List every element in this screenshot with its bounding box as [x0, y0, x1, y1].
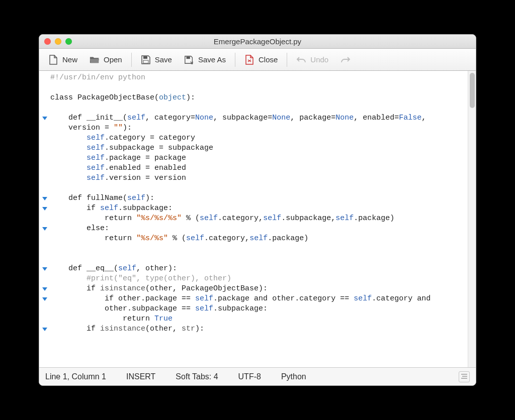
fold-marker[interactable] — [39, 193, 50, 203]
fold-gutter[interactable] — [39, 71, 50, 367]
file-new-icon — [48, 55, 58, 65]
folder-open-icon — [90, 55, 100, 65]
fold-marker — [39, 183, 50, 193]
separator — [287, 53, 287, 67]
redo-button[interactable] — [334, 52, 357, 68]
save-button[interactable]: Save — [135, 52, 178, 68]
code-line[interactable] — [50, 103, 468, 113]
scroll-thumb[interactable] — [470, 73, 475, 108]
close-window-button[interactable] — [44, 38, 51, 45]
fold-marker[interactable] — [39, 284, 50, 294]
fold-marker[interactable] — [39, 224, 50, 234]
fold-marker — [39, 83, 50, 93]
fold-marker — [39, 163, 50, 173]
fold-marker — [39, 314, 50, 324]
close-button[interactable]: Close — [238, 52, 284, 68]
fold-marker[interactable] — [39, 113, 50, 123]
code-line[interactable]: #!/usr/bin/env python — [50, 73, 468, 83]
open-label: Open — [104, 55, 122, 64]
save-as-button[interactable]: Save As — [178, 52, 232, 68]
editor-area: #!/usr/bin/env pythonclass PackageObject… — [39, 71, 476, 367]
code-line[interactable]: else: — [50, 224, 468, 234]
fold-marker — [39, 274, 50, 284]
code-line[interactable]: if other.package == self.package and oth… — [50, 294, 468, 304]
fold-marker — [39, 133, 50, 143]
code-line[interactable]: return True — [50, 314, 468, 324]
fold-marker[interactable] — [39, 294, 50, 304]
syntax-language[interactable]: Python — [281, 372, 306, 381]
vertical-scrollbar[interactable] — [468, 71, 476, 367]
code-line[interactable] — [50, 244, 468, 254]
separator — [235, 53, 235, 67]
fold-marker[interactable] — [39, 203, 50, 214]
code-line[interactable]: version = ""): — [50, 123, 468, 133]
file-close-icon — [244, 55, 254, 65]
undo-label: Undo — [310, 55, 328, 64]
code-line[interactable]: self.category = category — [50, 133, 468, 143]
fold-marker — [39, 254, 50, 264]
outline-icon[interactable] — [459, 371, 470, 382]
fold-marker — [39, 173, 50, 183]
save-as-label: Save As — [198, 55, 226, 64]
window-title: EmergePackageObject.py — [39, 37, 476, 46]
fold-marker — [39, 234, 50, 244]
code-line[interactable]: self.package = package — [50, 153, 468, 163]
fold-marker — [39, 73, 50, 83]
undo-icon — [296, 55, 306, 65]
code-line[interactable]: def __eq__(self, other): — [50, 264, 468, 274]
open-button[interactable]: Open — [83, 52, 128, 68]
code-line[interactable] — [50, 183, 468, 193]
save-label: Save — [155, 55, 172, 64]
fold-marker — [39, 123, 50, 133]
code-line[interactable]: class PackageObjectBase(object): — [50, 93, 468, 103]
svg-rect-1 — [143, 60, 148, 63]
cursor-position[interactable]: Line 1, Column 1 — [45, 372, 106, 381]
fold-marker — [39, 153, 50, 163]
code-editor[interactable]: #!/usr/bin/env pythonclass PackageObject… — [50, 71, 468, 367]
code-line[interactable] — [50, 254, 468, 264]
encoding[interactable]: UTF-8 — [238, 372, 261, 381]
fold-marker — [39, 143, 50, 153]
redo-icon — [340, 55, 351, 65]
code-line[interactable]: self.subpackage = subpackage — [50, 143, 468, 153]
code-line[interactable]: if isinstance(other, str): — [50, 324, 468, 334]
floppy-save-as-icon — [184, 55, 194, 65]
separator — [131, 53, 132, 67]
floppy-save-icon — [141, 55, 151, 65]
statusbar: Line 1, Column 1 INSERT Soft Tabs: 4 UTF… — [39, 367, 476, 385]
fold-marker — [39, 214, 50, 224]
minimize-window-button[interactable] — [55, 38, 61, 45]
toolbar: New Open Save Save As Close — [39, 49, 476, 71]
fold-marker — [39, 244, 50, 254]
undo-button[interactable]: Undo — [290, 52, 334, 68]
maximize-window-button[interactable] — [65, 38, 72, 45]
svg-rect-0 — [143, 56, 147, 59]
fold-marker — [39, 304, 50, 314]
close-label: Close — [259, 55, 278, 64]
code-line[interactable]: def fullName(self): — [50, 193, 468, 203]
traffic-lights — [39, 38, 72, 45]
editor-window: EmergePackageObject.py New Open Save — [39, 34, 476, 386]
code-line[interactable]: if isinstance(other, PackageObjectBase): — [50, 284, 468, 294]
code-line[interactable]: return "%s/%s" % (self.category,self.pac… — [50, 234, 468, 244]
fold-marker — [39, 93, 50, 103]
code-line[interactable]: if self.subpackage: — [50, 203, 468, 214]
tab-setting[interactable]: Soft Tabs: 4 — [176, 372, 218, 381]
edit-mode[interactable]: INSERT — [126, 372, 155, 381]
code-line[interactable]: self.version = version — [50, 173, 468, 183]
new-label: New — [62, 55, 77, 64]
fold-marker — [39, 103, 50, 113]
code-line[interactable]: self.enabled = enabled — [50, 163, 468, 173]
fold-marker[interactable] — [39, 324, 50, 334]
fold-marker[interactable] — [39, 264, 50, 274]
svg-rect-2 — [186, 56, 190, 59]
code-line[interactable]: return "%s/%s/%s" % (self.category,self.… — [50, 214, 468, 224]
code-line[interactable]: def __init__(self, category=None, subpac… — [50, 113, 468, 123]
code-line[interactable]: #print("eq", type(other), other) — [50, 274, 468, 284]
code-line[interactable]: other.subpackage == self.subpackage: — [50, 304, 468, 314]
new-button[interactable]: New — [42, 52, 83, 68]
titlebar[interactable]: EmergePackageObject.py — [39, 35, 476, 49]
code-line[interactable] — [50, 83, 468, 93]
